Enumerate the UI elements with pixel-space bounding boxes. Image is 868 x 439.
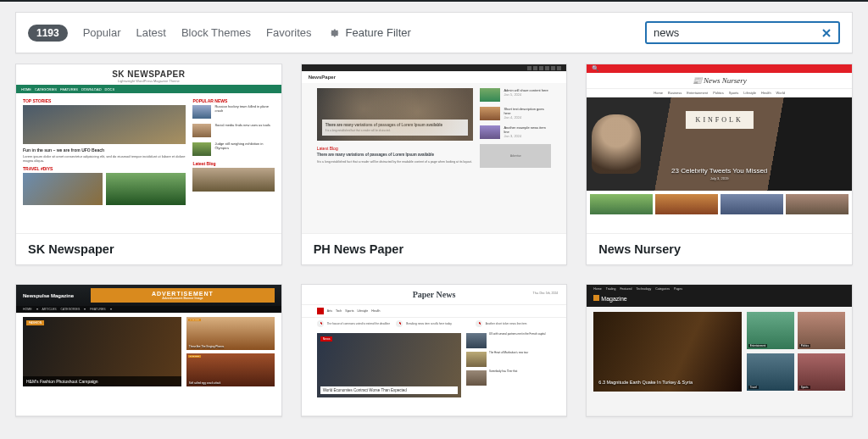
filter-favorites[interactable]: Favorites [266, 26, 311, 39]
theme-card-sk-newspaper[interactable]: SK NEWSPAPER Lightweight WordPress Magaz… [15, 64, 282, 265]
theme-card-newspulse[interactable]: Newspulse Magazine ADVERTISEMENTAdvertis… [15, 284, 282, 417]
theme-card-news-nursery[interactable]: News Nursery Home Business Entertainment… [586, 64, 853, 265]
theme-thumbnail: Home Trading Featured Technology Categor… [587, 285, 852, 416]
theme-thumbnail: News Nursery Home Business Entertainment… [587, 64, 852, 234]
theme-card-ph-news-paper[interactable]: NewsPaper There are many variations of p… [301, 64, 568, 265]
feature-filter-toggle[interactable]: Feature Filter [327, 26, 411, 40]
theme-grid: SK NEWSPAPER Lightweight WordPress Magaz… [0, 64, 868, 432]
theme-name: SK Newspaper [16, 234, 281, 264]
theme-card-paper-news[interactable]: Paper News Thu. Dec 5th, 2024 Arts Tech … [301, 284, 568, 417]
theme-filter-bar: 1193 Popular Latest Block Themes Favorit… [15, 12, 853, 53]
theme-name: News Nursery [587, 234, 852, 264]
result-count-badge: 1193 [28, 25, 68, 42]
filter-block-themes[interactable]: Block Themes [181, 26, 251, 39]
theme-card-magazine[interactable]: Home Trading Featured Technology Categor… [586, 284, 853, 417]
feature-filter-label: Feature Filter [346, 26, 411, 39]
filter-latest[interactable]: Latest [136, 26, 166, 39]
filter-popular[interactable]: Popular [83, 26, 121, 39]
clear-search-icon[interactable] [821, 28, 832, 38]
thumb-logo: SK NEWSPAPER [16, 69, 281, 79]
search-input[interactable] [654, 26, 821, 39]
theme-thumbnail: Paper News Thu. Dec 5th, 2024 Arts Tech … [302, 285, 567, 416]
theme-name: PH News Paper [302, 234, 567, 264]
theme-thumbnail: SK NEWSPAPER Lightweight WordPress Magaz… [16, 64, 281, 234]
theme-thumbnail: NewsPaper There are many variations of p… [302, 64, 567, 234]
gear-icon [327, 26, 341, 40]
theme-thumbnail: Newspulse Magazine ADVERTISEMENTAdvertis… [16, 285, 281, 416]
search-box[interactable] [645, 21, 840, 44]
